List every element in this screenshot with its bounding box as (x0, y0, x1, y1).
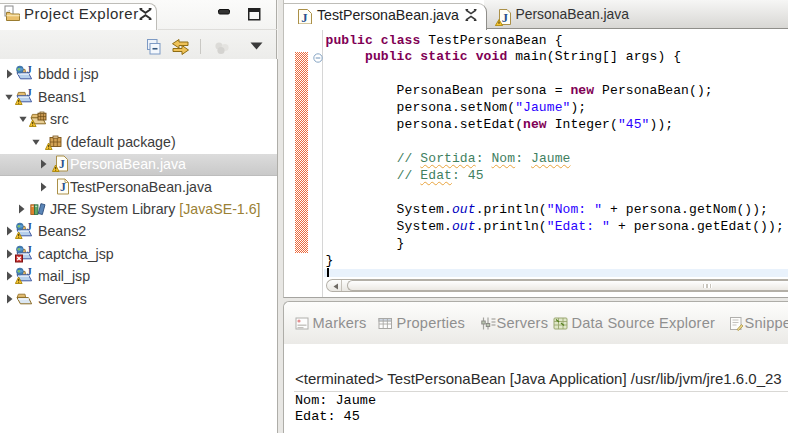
svg-text:J: J (27, 88, 32, 98)
svg-text:J: J (27, 267, 32, 277)
svg-text:J: J (27, 65, 32, 75)
svg-text:J: J (27, 222, 32, 232)
svg-text:J: J (59, 158, 65, 170)
svg-text:J: J (27, 245, 32, 255)
svg-text:J: J (60, 180, 66, 192)
svg-text:J: J (301, 10, 307, 24)
svg-text:J: J (502, 10, 508, 24)
